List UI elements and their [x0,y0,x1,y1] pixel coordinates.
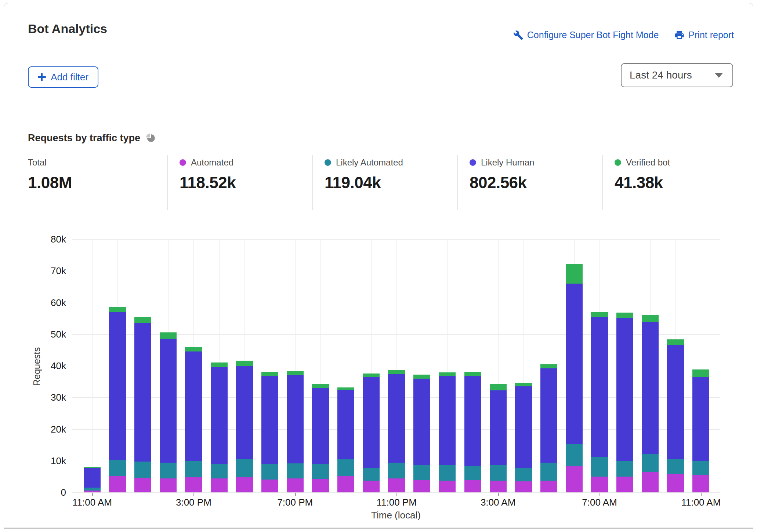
segment-verified-bot [287,371,304,375]
printer-icon [674,30,685,40]
stat-verified-bot[interactable]: Verified bot 41.38k [602,155,734,210]
segment-automated [490,481,507,492]
segment-likely-human [236,366,253,459]
bar-2-00-am [464,372,481,492]
segment-verified-bot [337,387,354,390]
time-range-dropdown[interactable]: Last 24 hours [621,63,733,87]
segment-likely-human [616,318,633,461]
x-tick-mark [600,493,600,496]
segment-verified-bot [211,362,228,367]
y-tick-label: 50k [33,328,66,340]
segment-verified-bot [312,384,329,388]
segment-likely-automated [363,468,380,481]
segment-automated [84,491,101,492]
bar-1-00-am [439,372,456,492]
x-tick-label: 3:00 AM [463,497,533,508]
segment-automated [236,477,253,492]
bar-9-00-pm [337,387,354,492]
segment-automated [312,479,329,492]
segment-automated [134,478,151,492]
segment-likely-automated [413,465,430,480]
segment-likely-automated [312,464,329,479]
stat-likely-automated[interactable]: Likely Automated 119.04k [312,155,457,210]
bar-8-00-pm [312,384,329,492]
y-tick-label: 10k [33,455,66,467]
segment-likely-automated [464,466,481,480]
likely-human-legend-dot [470,159,476,166]
segment-likely-human [261,376,278,464]
h-gridline [72,271,720,271]
segment-automated [261,480,278,492]
stat-automated[interactable]: Automated 118.52k [167,155,312,210]
configure-super-bot-fight-mode-link[interactable]: Configure Super Bot Fight Mode [513,30,659,40]
segment-automated [515,481,532,492]
segment-likely-automated [287,463,304,478]
stat-likely-human-value: 802.56k [470,174,602,192]
stat-verified-bot-value: 41.38k [615,174,734,192]
stat-likely-human-label: Likely Human [481,157,534,168]
x-tick-mark [193,493,194,496]
stat-likely-automated-value: 119.04k [325,174,457,192]
bot-analytics-card: Bot Analytics Configure Super Bot Fight … [4,3,753,532]
bar-6-00-pm [261,372,278,492]
segment-likely-automated [490,465,507,481]
bar-11-00-pm [388,370,405,492]
bar-12-00-pm [109,307,126,492]
h-gridline [72,303,720,303]
bar-11-00-am [692,369,709,492]
header-divider [4,104,753,104]
segment-likely-human [439,376,456,465]
segment-likely-automated [692,461,709,475]
segment-likely-automated [616,461,633,477]
x-tick-mark [92,493,93,496]
segment-verified-bot [413,375,430,379]
x-axis-title: Time (local) [72,510,720,521]
bar-6-00-am [566,264,583,492]
segment-likely-human [287,375,304,463]
segment-verified-bot [464,372,481,375]
print-link-label: Print report [688,30,734,40]
segment-likely-automated [540,463,557,481]
print-report-link[interactable]: Print report [674,30,734,40]
section-bottom-divider [4,528,753,529]
x-tick-mark [701,493,702,496]
segment-automated [388,478,405,492]
chevron-down-icon [715,73,723,78]
segment-automated [667,474,684,492]
wrench-icon [513,30,524,40]
bar-7-00-pm [287,371,304,492]
segment-likely-human [490,390,507,465]
segment-verified-bot [591,312,608,317]
segment-likely-automated [591,457,608,477]
segment-likely-automated [160,463,177,478]
h-gridline [72,239,720,240]
segment-automated [185,477,202,492]
segment-likely-human [642,322,659,454]
x-tick-label: 3:00 PM [159,497,228,508]
segment-verified-bot [236,361,253,366]
segment-likely-human [388,374,405,463]
segment-automated [287,478,304,492]
stat-likely-human[interactable]: Likely Human 802.56k [457,155,602,210]
bar-5-00-pm [236,361,253,492]
segment-likely-human [134,323,151,462]
segment-likely-automated [566,444,583,466]
segment-automated [363,481,380,492]
segment-verified-bot [134,317,151,323]
y-tick-label: 80k [33,233,66,245]
traffic-type-stats: Total 1.08M Automated 118.52k Likely Aut… [28,155,734,210]
requests-by-traffic-type-chart: Requests 010k20k30k40k50k60k70k80k11:00 … [72,239,720,492]
x-tick-mark [295,493,296,496]
plot-area: 010k20k30k40k50k60k70k80k11:00 AM3:00 PM… [72,239,720,492]
likely-automated-legend-dot [325,159,331,166]
add-filter-button[interactable]: Add filter [28,66,98,88]
segment-likely-automated [439,465,456,481]
bar-5-00-am [540,364,557,492]
y-tick-label: 20k [33,423,66,435]
bar-12-00-am [413,375,430,492]
segment-likely-automated [211,464,228,479]
segment-likely-automated [388,463,405,478]
segment-automated [439,481,456,492]
segment-automated [160,478,177,492]
segment-likely-automated [642,454,659,472]
